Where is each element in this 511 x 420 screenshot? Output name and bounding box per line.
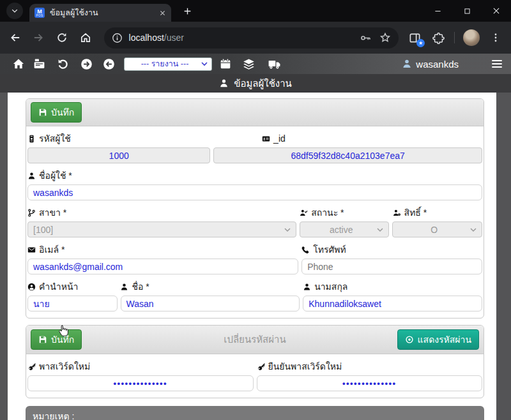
user-icon xyxy=(219,79,229,88)
layers-icon xyxy=(243,58,255,70)
chevron-down-icon xyxy=(11,7,19,15)
branch-icon xyxy=(27,209,36,217)
id-card-icon xyxy=(262,135,270,143)
user-icon xyxy=(120,283,128,291)
reload-button[interactable] xyxy=(54,30,70,45)
prefix-input[interactable] xyxy=(27,296,118,311)
register-button[interactable] xyxy=(33,58,45,70)
user-circle-icon xyxy=(27,283,36,291)
user-info-card-header: บันทึก xyxy=(26,99,484,126)
tab-close-icon[interactable] xyxy=(159,10,166,17)
envelope-icon xyxy=(27,246,36,254)
app-home-button[interactable] xyxy=(13,58,24,70)
side-panel-badge-star-icon: ★ xyxy=(416,39,425,47)
last-name-input[interactable] xyxy=(303,296,482,311)
chevron-down-icon xyxy=(201,61,208,67)
favicon-sub: POS xyxy=(36,14,43,17)
save-button[interactable]: บันทึก xyxy=(31,102,82,123)
arrow-right-circle-icon xyxy=(80,58,93,70)
minimize-icon xyxy=(434,8,441,15)
favicon-letter: M xyxy=(37,9,42,14)
window-controls xyxy=(423,0,511,22)
maximize-icon xyxy=(464,8,471,15)
site-info-icon[interactable] xyxy=(112,33,123,43)
user-code-label: รหัสผู้ใช้ xyxy=(27,131,235,146)
user-icon xyxy=(402,59,412,69)
minimize-button[interactable] xyxy=(423,0,452,22)
report-select-value: --- รายงาน --- xyxy=(128,57,201,70)
confirm-password-label: ยืนยันพาสเวิร์ดใหม่ xyxy=(257,359,483,373)
forward-button[interactable] xyxy=(31,30,47,45)
truck-button[interactable] xyxy=(268,58,281,70)
plus-icon xyxy=(183,7,192,15)
address-bar: localhost/user ★ xyxy=(0,22,511,54)
save-password-button[interactable]: บันทึก xyxy=(31,329,82,350)
user-check-icon xyxy=(300,209,308,217)
save-button-label: บันทึก xyxy=(51,105,74,119)
forward-icon xyxy=(33,32,44,43)
key-icon xyxy=(27,363,36,371)
browser-tab[interactable]: M POS ข้อมูลผู้ใช้งาน xyxy=(29,4,171,22)
app-home-icon xyxy=(13,58,24,70)
username-field-label: ชื่อผู้ใช้ * xyxy=(27,169,72,183)
password-key-icon[interactable] xyxy=(360,32,372,44)
record-id-field: 68df59f32d8c40a2103e7ea7 xyxy=(213,147,482,163)
logged-in-user[interactable]: wasankds xyxy=(402,59,459,70)
new-password-input[interactable] xyxy=(27,375,254,391)
bookmark-star-icon[interactable] xyxy=(379,32,391,43)
page-title-bar: ข้อมูลผู้ใช้งาน xyxy=(0,74,511,93)
browser-menu-button[interactable] xyxy=(488,30,503,45)
first-name-label: ชื่อ * xyxy=(120,280,300,294)
confirm-password-input[interactable] xyxy=(257,375,483,391)
user-code-field: 1000 xyxy=(27,147,210,163)
report-select[interactable]: --- รายงาน --- xyxy=(124,57,212,71)
email-input[interactable] xyxy=(27,259,298,274)
back-button[interactable] xyxy=(8,30,23,45)
status-label: สถานะ * xyxy=(300,206,389,220)
change-password-card-header: เปลี่ยนรหัสผ่าน บันทึก แสดงรหัสผ่าน xyxy=(26,326,484,354)
new-tab-button[interactable] xyxy=(179,3,195,19)
note-title: หมายเหตุ : xyxy=(33,410,477,420)
url-host: localhost xyxy=(129,33,164,43)
branch-label: สาขา * xyxy=(27,206,296,220)
calendar-button[interactable] xyxy=(220,58,231,70)
record-id-label: _id xyxy=(238,131,482,146)
username-input[interactable] xyxy=(27,184,482,200)
close-button[interactable] xyxy=(482,0,511,22)
email-label: อิเมล์ * xyxy=(27,243,298,257)
app-toolbar: --- รายงาน --- wasankds xyxy=(0,54,511,74)
note-box: หมายเหตุ : การเปลี่ยน "ชื่อผู้ใช้" หรือ … xyxy=(26,406,484,420)
content-container: บันทึก รหัสผู้ใช้ _id xyxy=(8,93,496,420)
url-input[interactable]: localhost/user xyxy=(104,27,399,49)
phone-icon xyxy=(301,246,310,254)
maximize-button[interactable] xyxy=(452,0,482,22)
floppy-save-icon xyxy=(38,108,47,117)
browser-window: M POS ข้อมูลผู้ใช้งาน xyxy=(0,0,511,420)
app-favicon-icon: M POS xyxy=(34,8,45,18)
chevron-down-icon xyxy=(284,227,291,233)
user-info-card: บันทึก รหัสผู้ใช้ _id xyxy=(26,98,484,319)
layers-button[interactable] xyxy=(243,58,255,70)
username-label: wasankds xyxy=(416,59,459,70)
status-select: active xyxy=(300,221,390,237)
change-password-card: เปลี่ยนรหัสผ่าน บันทึก แสดงรหัสผ่าน xyxy=(26,325,484,398)
prev-button[interactable] xyxy=(103,58,115,70)
profile-avatar[interactable] xyxy=(463,29,480,46)
undo-button[interactable] xyxy=(57,58,69,70)
arrow-left-circle-icon xyxy=(103,58,115,70)
floppy-save-icon xyxy=(38,335,47,344)
url-path: /user xyxy=(164,33,184,43)
phone-input[interactable] xyxy=(301,259,482,274)
next-button[interactable] xyxy=(80,58,93,70)
home-button[interactable] xyxy=(78,30,93,45)
undo-icon xyxy=(57,58,69,70)
reload-icon xyxy=(56,32,68,43)
extensions-button[interactable] xyxy=(431,30,446,45)
first-name-input[interactable] xyxy=(121,296,300,311)
user-info-card-body: รหัสผู้ใช้ _id 1000 68df59f32d8c40a2103e… xyxy=(26,131,484,318)
show-password-button[interactable]: แสดงรหัสผ่าน xyxy=(397,329,479,350)
app-menu-button[interactable] xyxy=(492,59,502,69)
tab-search-button[interactable] xyxy=(6,3,23,19)
side-panel-button[interactable]: ★ xyxy=(407,30,422,45)
home-icon xyxy=(80,32,91,43)
